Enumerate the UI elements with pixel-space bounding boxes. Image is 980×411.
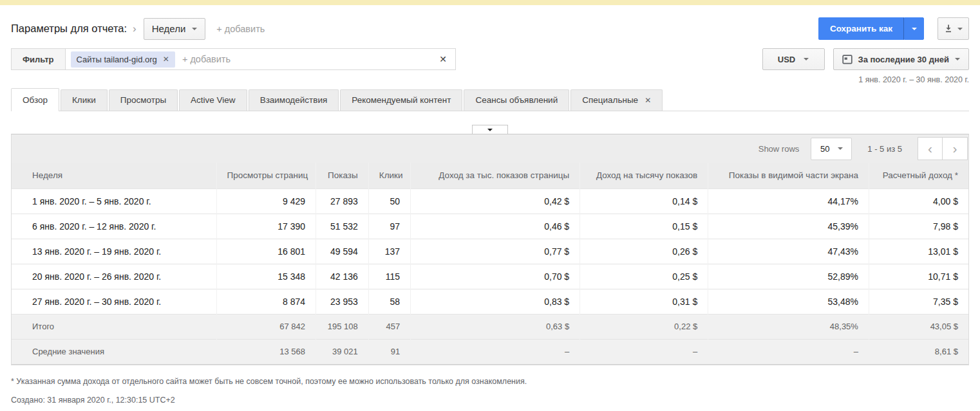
table-cell: 27 893 bbox=[316, 188, 369, 214]
table-cell: 0,31 $ bbox=[580, 289, 708, 314]
table-cell: 23 953 bbox=[316, 289, 369, 314]
tab-label: Сеансы объявлений bbox=[475, 95, 558, 105]
table-row: 27 янв. 2020 г. – 30 янв. 2020 г.8 87423… bbox=[12, 289, 968, 314]
download-button[interactable] bbox=[938, 17, 969, 40]
column-header[interactable]: Доход за тыс. показов страницы bbox=[411, 163, 580, 188]
filter-input-box[interactable]: Фильтр Сайты tailand-gid.org ✕ + добавит… bbox=[11, 48, 456, 70]
column-header[interactable]: Показы bbox=[316, 163, 369, 188]
table-cell: 0,26 $ bbox=[580, 239, 708, 264]
table-cell: 0,46 $ bbox=[411, 214, 580, 239]
rows-per-page-dropdown[interactable]: 50 bbox=[811, 138, 852, 160]
tab-label: Рекомендуемый контент bbox=[352, 95, 451, 105]
column-header[interactable]: Просмотры страниц bbox=[216, 163, 316, 188]
save-as-split-button: Сохранить как bbox=[818, 17, 924, 40]
date-range-dropdown[interactable]: За последние 30 дней bbox=[833, 48, 970, 70]
table-cell: 97 bbox=[368, 214, 410, 239]
chevron-down-icon bbox=[487, 129, 493, 131]
currency-dropdown-label: USD bbox=[778, 55, 795, 64]
table-cell: 42 136 bbox=[316, 264, 369, 289]
summary-row: Итого67 842195 1084570,63 $0,22 $48,35%4… bbox=[12, 314, 968, 339]
table-cell: 45,39% bbox=[708, 214, 869, 239]
table-body: 1 янв. 2020 г. – 5 янв. 2020 г.9 42927 8… bbox=[12, 188, 968, 364]
table-cell: 195 108 bbox=[316, 314, 369, 339]
tab-1[interactable]: Клики bbox=[61, 89, 108, 111]
tab-4[interactable]: Взаимодействия bbox=[249, 89, 339, 111]
collapse-panel-button[interactable] bbox=[472, 125, 508, 134]
table-cell: 51 532 bbox=[316, 214, 369, 239]
tab-label: Специальные bbox=[582, 95, 638, 105]
filter-clear-icon[interactable]: ✕ bbox=[439, 54, 447, 64]
table-cell: 6 янв. 2020 г. – 12 янв. 2020 г. bbox=[12, 214, 216, 239]
page-title: Параметры для отчета: bbox=[11, 23, 127, 35]
chip-close-icon[interactable]: ✕ bbox=[163, 55, 169, 64]
table-cell: 10,71 $ bbox=[869, 264, 968, 289]
table-cell: Средние значения bbox=[12, 339, 216, 364]
table-cell: – bbox=[580, 339, 708, 364]
table-cell: 52,89% bbox=[708, 264, 869, 289]
dimension-dropdown[interactable]: Недели bbox=[144, 18, 206, 40]
filter-label: Фильтр bbox=[12, 49, 66, 69]
pagination-range-label: 1 - 5 из 5 bbox=[867, 144, 902, 154]
save-as-menu-button[interactable] bbox=[904, 17, 924, 40]
tab-6[interactable]: Сеансы объявлений bbox=[464, 89, 569, 111]
tab-label: Клики bbox=[72, 95, 96, 105]
report-tabs: ОбзорКликиПросмотрыActive ViewВзаимодейс… bbox=[11, 86, 969, 111]
filter-chip[interactable]: Сайты tailand-gid.org ✕ bbox=[71, 51, 175, 68]
tab-5[interactable]: Рекомендуемый контент bbox=[340, 89, 462, 111]
table-row: 20 янв. 2020 г. – 26 янв. 2020 г.15 3484… bbox=[12, 264, 968, 289]
filter-add-placeholder[interactable]: + добавить bbox=[182, 54, 431, 64]
tab-2[interactable]: Просмотры bbox=[109, 89, 178, 111]
table-cell: 8,61 $ bbox=[869, 339, 968, 364]
table-cell: 47,43% bbox=[708, 239, 869, 264]
table-cell: 0,83 $ bbox=[411, 289, 580, 314]
chevron-down-icon bbox=[192, 28, 197, 30]
date-range-dropdown-label: За последние 30 дней bbox=[858, 55, 950, 64]
table-cell: 20 янв. 2020 г. – 26 янв. 2020 г. bbox=[12, 264, 216, 289]
add-parameter-link[interactable]: + добавить bbox=[216, 24, 265, 34]
next-page-button[interactable]: › bbox=[943, 137, 968, 160]
column-header[interactable]: Клики bbox=[368, 163, 410, 188]
table-cell: 13 568 bbox=[216, 339, 316, 364]
notification-banner-strip bbox=[0, 0, 980, 5]
created-timestamp: Создано: 31 января 2020 г., 12:30:15 UTC… bbox=[11, 396, 969, 405]
column-header[interactable]: Доход на тысячу показов bbox=[580, 163, 708, 188]
chevron-down-icon bbox=[957, 28, 963, 30]
filter-bar: Фильтр Сайты tailand-gid.org ✕ + добавит… bbox=[11, 48, 969, 70]
table-cell: 0,77 $ bbox=[411, 239, 580, 264]
column-header[interactable]: Показы в видимой части экрана bbox=[708, 163, 869, 188]
tab-close-icon[interactable]: ✕ bbox=[645, 96, 651, 105]
tab-0[interactable]: Обзор bbox=[11, 88, 59, 111]
table-cell: 8 874 bbox=[216, 289, 316, 314]
rows-per-page-value: 50 bbox=[820, 144, 829, 154]
table-row: 1 янв. 2020 г. – 5 янв. 2020 г.9 42927 8… bbox=[12, 188, 968, 214]
table-cell: 137 bbox=[368, 239, 410, 264]
chevron-down-icon bbox=[838, 147, 843, 150]
table-cell: 1 янв. 2020 г. – 5 янв. 2020 г. bbox=[12, 188, 216, 214]
calendar-icon bbox=[842, 54, 853, 64]
tab-active-view[interactable]: Active View bbox=[179, 89, 247, 111]
report-header: Параметры для отчета: › Недели + добавит… bbox=[11, 17, 969, 41]
table-cell: 7,98 $ bbox=[869, 214, 968, 239]
save-as-button[interactable]: Сохранить как bbox=[818, 17, 904, 40]
filter-chip-label: Сайты tailand-gid.org bbox=[77, 55, 157, 64]
table-cell: 0,15 $ bbox=[580, 214, 708, 239]
table-toolbar: Show rows 50 1 - 5 из 5 ‹ › bbox=[12, 134, 968, 163]
header-actions: Сохранить как bbox=[818, 17, 969, 40]
column-header[interactable]: Неделя bbox=[12, 163, 216, 188]
table-cell: 15 348 bbox=[216, 264, 316, 289]
tab-label: Просмотры bbox=[120, 95, 166, 105]
currency-dropdown[interactable]: USD bbox=[762, 48, 825, 70]
disclaimer-footnote: * Указанная сумма дохода от отдельного с… bbox=[11, 377, 969, 386]
tab-label: Active View bbox=[191, 95, 236, 105]
table-cell: 27 янв. 2020 г. – 30 янв. 2020 г. bbox=[12, 289, 216, 314]
chevron-down-icon bbox=[955, 58, 960, 60]
column-header[interactable]: Расчетный доход * bbox=[869, 163, 968, 188]
breadcrumb-chevron-icon: › bbox=[133, 23, 137, 35]
table-cell: – bbox=[411, 339, 580, 364]
download-icon bbox=[944, 24, 953, 33]
prev-page-button[interactable]: ‹ bbox=[918, 137, 943, 160]
table-cell: Итого bbox=[12, 314, 216, 339]
table-cell: 16 801 bbox=[216, 239, 316, 264]
table-cell: 17 390 bbox=[216, 214, 316, 239]
tab-7[interactable]: Специальные✕ bbox=[570, 89, 663, 111]
